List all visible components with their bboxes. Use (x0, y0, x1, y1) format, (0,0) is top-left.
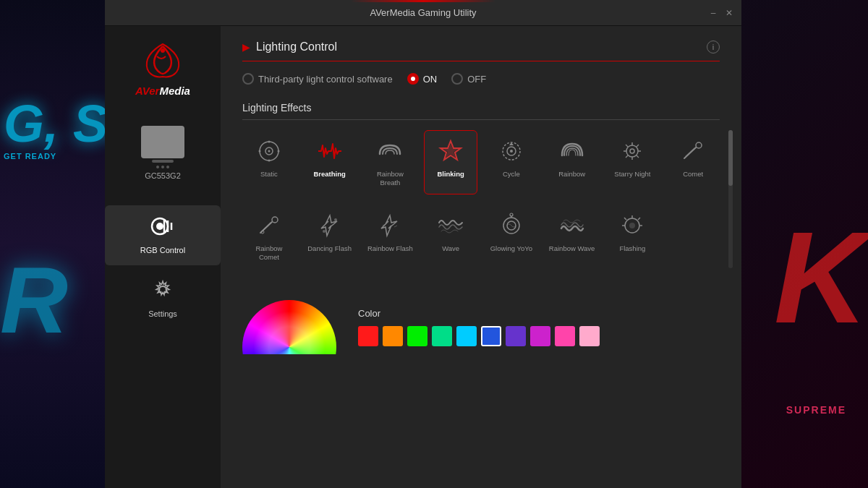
logo-area: AVerMedia (135, 40, 190, 97)
color-swatch-6[interactable] (506, 326, 526, 346)
sidebar-item-settings[interactable]: Settings (105, 269, 221, 329)
svg-point-38 (334, 218, 337, 221)
svg-point-9 (268, 150, 270, 153)
effect-blinking[interactable]: Blinking (424, 130, 477, 194)
color-swatch-9[interactable] (579, 326, 600, 346)
bg-decorative-r: R (0, 246, 68, 354)
glowing-yoyo-icon (497, 211, 526, 240)
sidebar: AVerMedia GC553G2 (105, 26, 221, 488)
rainbow-flash-label: Rainbow Flash (367, 244, 413, 253)
svg-point-20 (630, 149, 634, 153)
svg-line-42 (394, 226, 397, 227)
off-label: OFF (467, 74, 486, 85)
lighting-effects-title: Lighting Effects (242, 102, 720, 120)
wave-label: Wave (442, 244, 459, 253)
svg-line-51 (624, 218, 626, 220)
color-swatch-5[interactable] (481, 326, 501, 346)
color-swatch-2[interactable] (407, 326, 427, 346)
sidebar-item-rgb-label: RGB Control (140, 246, 185, 254)
svg-line-32 (687, 147, 697, 155)
effects-scrollbar-thumb[interactable] (728, 130, 733, 186)
device-label: GC553G2 (145, 171, 181, 180)
on-radio[interactable] (407, 73, 419, 85)
color-swatch-7[interactable] (530, 326, 550, 346)
rainbow-breath-icon (375, 137, 404, 166)
color-wheel-container[interactable] (242, 300, 336, 354)
svg-point-11 (268, 160, 270, 162)
effect-glowing-yoyo[interactable]: Glowing YoYo (485, 205, 538, 269)
color-swatch-8[interactable] (555, 326, 575, 346)
third-party-label: Third-party light control software (258, 74, 393, 85)
section-arrow-icon: ▶ (242, 41, 250, 53)
effect-flashing[interactable]: Flashing (606, 205, 660, 269)
bg-left-panel (0, 0, 112, 488)
svg-point-2 (156, 223, 163, 230)
dancing-flash-icon (315, 211, 344, 240)
breathing-icon (315, 137, 344, 166)
rainbow-wave-label: Rainbow Wave (549, 244, 595, 253)
info-icon[interactable]: i (707, 40, 720, 53)
third-party-row: Third-party light control software ON OF… (242, 73, 720, 85)
svg-line-35 (262, 223, 271, 231)
main-content: AVerMedia GC553G2 (105, 26, 741, 488)
minimize-button[interactable]: – (708, 8, 718, 18)
static-label: Static (260, 170, 278, 179)
svg-line-49 (638, 218, 640, 220)
effects-scrollbar[interactable] (728, 130, 733, 268)
brand-name: AVerMedia (135, 85, 190, 97)
svg-point-19 (626, 145, 638, 157)
bg-decorative-right-k: K (774, 202, 868, 352)
rainbow-icon (558, 137, 587, 166)
svg-line-25 (626, 145, 628, 147)
on-option[interactable]: ON (407, 73, 438, 85)
rainbow-label: Rainbow (558, 170, 585, 179)
effect-rainbow-wave[interactable]: Rainbow Wave (545, 205, 599, 269)
svg-point-18 (510, 150, 513, 153)
cycle-label: Cycle (503, 170, 520, 179)
effect-starry-night[interactable]: Starry Night (606, 130, 660, 194)
color-label: Color (358, 308, 600, 319)
wave-icon (436, 211, 465, 240)
third-party-radio[interactable] (242, 73, 254, 85)
effect-rainbow-comet[interactable]: Rainbow Comet (242, 205, 296, 269)
color-swatch-4[interactable] (456, 326, 477, 346)
effect-cycle[interactable]: Cycle (485, 130, 538, 194)
effects-row-1: Static Breathing (242, 130, 720, 194)
device-item-gc553g2[interactable]: GC553G2 (105, 119, 221, 187)
app-title: AVerMedia Gaming Utility (370, 7, 476, 18)
svg-point-0 (161, 48, 165, 53)
rainbow-comet-icon (255, 211, 284, 240)
effect-rainbow-flash[interactable]: Rainbow Flash (364, 205, 417, 269)
sidebar-item-rgb-control[interactable]: RGB Control (105, 205, 221, 265)
color-swatch-3[interactable] (432, 326, 452, 346)
effect-comet[interactable]: Comet (666, 130, 720, 194)
color-swatch-0[interactable] (358, 326, 378, 346)
effect-rainbow-breath[interactable]: Rainbow Breath (364, 130, 417, 194)
color-wheel[interactable] (242, 300, 336, 354)
effect-wave[interactable]: Wave (424, 205, 477, 269)
close-button[interactable]: ✕ (724, 8, 734, 18)
glowing-yoyo-label: Glowing YoYo (490, 244, 532, 253)
third-party-software-option[interactable]: Third-party light control software (242, 73, 393, 85)
cycle-icon (497, 137, 526, 166)
off-radio[interactable] (451, 73, 463, 85)
off-option[interactable]: OFF (451, 73, 486, 85)
rainbow-wave-icon (558, 211, 587, 240)
svg-point-10 (268, 141, 270, 143)
effect-rainbow[interactable]: Rainbow (545, 130, 599, 194)
effect-static[interactable]: Static (242, 130, 296, 194)
device-icon (141, 126, 184, 158)
color-section: Color (242, 300, 720, 354)
effect-breathing[interactable]: Breathing (303, 130, 357, 194)
color-right: Color (358, 308, 600, 346)
bg-decorative-supreme: SUPREME (786, 404, 846, 416)
color-swatch-1[interactable] (383, 326, 403, 346)
svg-line-28 (637, 155, 639, 158)
svg-point-53 (629, 223, 635, 228)
svg-marker-40 (381, 215, 397, 236)
flashing-label: Flashing (619, 244, 645, 253)
effect-dancing-flash[interactable]: Dancing Flash (303, 205, 357, 269)
svg-line-31 (686, 148, 694, 156)
svg-line-27 (626, 155, 628, 158)
comet-label: Comet (683, 170, 703, 179)
